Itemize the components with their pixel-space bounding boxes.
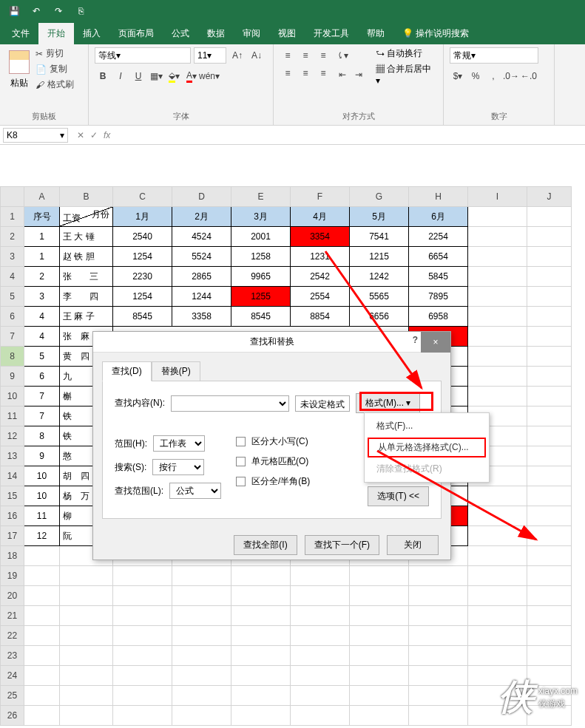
cell[interactable]	[60, 586, 113, 606]
col-header[interactable]: G	[350, 187, 409, 207]
tab-data[interactable]: 数据	[198, 23, 234, 44]
find-next-button[interactable]: 查找下一个(F)	[305, 535, 379, 555]
row-header[interactable]: 12	[1, 426, 24, 446]
row-header[interactable]: 21	[1, 606, 24, 626]
cell[interactable]: 3358	[172, 307, 231, 327]
cell[interactable]	[527, 387, 572, 406]
cell[interactable]: 1231	[291, 247, 350, 267]
cell[interactable]: 6958	[409, 307, 468, 327]
close-button[interactable]: 关闭	[387, 535, 439, 555]
cell[interactable]	[527, 287, 572, 307]
cell[interactable]	[468, 506, 527, 526]
cell[interactable]: 4	[24, 307, 60, 327]
cell[interactable]: 王 大 锤	[60, 227, 113, 247]
cell[interactable]	[527, 486, 572, 506]
currency-icon[interactable]: $▾	[450, 68, 466, 84]
cell[interactable]	[468, 227, 527, 247]
cell[interactable]	[527, 466, 572, 486]
row-header[interactable]: 13	[1, 446, 24, 466]
number-format-select[interactable]: 常规 ▾	[450, 47, 538, 64]
match-whole-checkbox[interactable]	[236, 457, 246, 466]
cell[interactable]	[409, 686, 468, 706]
cell[interactable]	[527, 406, 572, 426]
tab-view[interactable]: 视图	[269, 23, 305, 44]
cell[interactable]: 1244	[172, 287, 231, 307]
cell[interactable]	[60, 606, 113, 626]
row-header[interactable]: 1	[1, 207, 24, 227]
row-header[interactable]: 14	[1, 466, 24, 486]
cell[interactable]: 9965	[231, 267, 291, 287]
cell[interactable]	[468, 606, 527, 626]
italic-button[interactable]: I	[112, 68, 129, 84]
row-header[interactable]: 6	[1, 307, 24, 327]
cell[interactable]	[291, 666, 350, 686]
cell[interactable]	[24, 566, 60, 586]
cell[interactable]	[468, 327, 527, 347]
cell[interactable]: 8545	[113, 307, 172, 327]
merge-center-button[interactable]: ▦ 合并后居中 ▾	[376, 63, 437, 86]
cell[interactable]	[527, 606, 572, 626]
row-header[interactable]: 23	[1, 646, 24, 666]
cell[interactable]	[527, 506, 572, 526]
col-header[interactable]: C	[113, 187, 172, 207]
cell[interactable]: 2001	[231, 227, 291, 247]
cell[interactable]	[409, 666, 468, 686]
cell[interactable]: 5524	[172, 247, 231, 267]
cell[interactable]: 4	[24, 327, 60, 347]
cell[interactable]	[468, 626, 527, 646]
menu-from-cell[interactable]: 从单元格选择格式(C)...	[368, 438, 486, 457]
copy-button[interactable]: 📄 复制	[35, 63, 74, 75]
cell[interactable]	[409, 706, 468, 726]
cell[interactable]	[350, 666, 409, 686]
indent-icon[interactable]: ⇥	[351, 67, 367, 83]
cell[interactable]	[468, 207, 527, 227]
tab-formula[interactable]: 公式	[163, 23, 198, 44]
cell[interactable]	[468, 546, 527, 566]
cell[interactable]	[172, 646, 231, 666]
cell[interactable]	[113, 626, 172, 646]
cell[interactable]: 5月	[350, 207, 409, 227]
cell[interactable]	[231, 686, 291, 706]
cell[interactable]	[231, 666, 291, 686]
cell[interactable]: 李 四	[60, 287, 113, 307]
tab-layout[interactable]: 页面布局	[109, 23, 163, 44]
cell[interactable]	[527, 307, 572, 327]
bold-button[interactable]: B	[95, 68, 111, 84]
cell[interactable]	[350, 686, 409, 706]
cell[interactable]: 赵 铁 胆	[60, 247, 113, 267]
dialog-close-button[interactable]: ×	[421, 332, 450, 353]
align-middle-icon[interactable]: ≡	[297, 47, 314, 64]
cell[interactable]	[527, 586, 572, 606]
tab-tellme[interactable]: 💡 操作说明搜索	[393, 23, 478, 44]
cell[interactable]: 1255	[231, 287, 291, 307]
cancel-formula-icon[interactable]: ✕	[77, 130, 84, 140]
cut-button[interactable]: ✂ 剪切	[35, 47, 74, 60]
tab-find[interactable]: 查找(D)	[102, 361, 152, 381]
cell[interactable]: 11	[24, 506, 60, 526]
cell[interactable]	[527, 646, 572, 666]
cell[interactable]: 12	[24, 526, 60, 546]
row-header[interactable]: 19	[1, 566, 24, 586]
dialog-help-button[interactable]: ?	[413, 335, 418, 345]
cell[interactable]	[409, 606, 468, 626]
cell[interactable]: 月份工资	[60, 207, 113, 227]
cell[interactable]: 3354	[291, 227, 350, 247]
cell[interactable]	[468, 347, 527, 367]
cell[interactable]	[527, 526, 572, 546]
cell[interactable]: 1月	[113, 207, 172, 227]
tab-home[interactable]: 开始	[38, 23, 74, 44]
cell[interactable]: 序号	[24, 207, 60, 227]
col-header[interactable]: H	[409, 187, 468, 207]
row-header[interactable]: 16	[1, 506, 24, 526]
cell[interactable]: 2542	[291, 267, 350, 287]
cell[interactable]: 7	[24, 387, 60, 406]
tab-help[interactable]: 帮助	[358, 23, 393, 44]
cell[interactable]	[527, 446, 572, 466]
tab-file[interactable]: 文件	[3, 23, 38, 44]
cell[interactable]	[60, 646, 113, 666]
cell[interactable]	[24, 706, 60, 726]
search-select[interactable]: 按行	[152, 459, 204, 475]
cell[interactable]	[468, 566, 527, 586]
cell[interactable]	[291, 606, 350, 626]
cell[interactable]: 3月	[231, 207, 291, 227]
